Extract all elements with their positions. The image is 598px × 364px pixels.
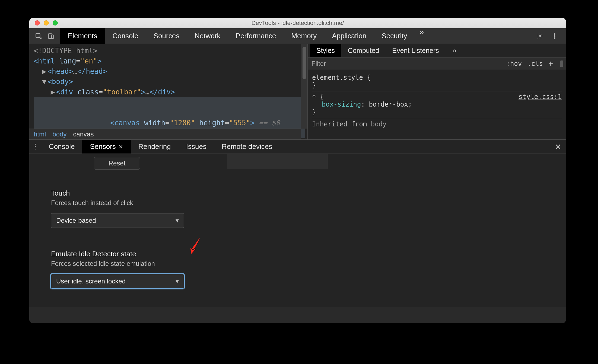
elements-split: <!DOCTYPE html> <html lang="en"> ▶<head>… <box>29 44 566 139</box>
reset-label: Reset <box>109 159 126 167</box>
settings-icon[interactable] <box>534 30 546 42</box>
drawer: ⋮ Console Sensors✕ Rendering Issues Remo… <box>29 139 566 307</box>
dom-div-open: <div <box>56 88 77 96</box>
idle-subtitle: Forces selected idle state emulation <box>51 260 184 267</box>
rule-element-style[interactable]: element.style { } <box>312 72 562 91</box>
tab-network[interactable]: Network <box>187 28 228 44</box>
styles-tab-computed[interactable]: Computed <box>341 44 386 57</box>
dom-canvas-open: <canvas <box>110 119 144 127</box>
rule-header: element.style { <box>312 74 562 81</box>
more-styles-tabs-icon[interactable]: » <box>448 47 461 55</box>
breadcrumb-item[interactable]: body <box>52 130 66 138</box>
dom-div-close: </div> <box>149 88 175 96</box>
filter-placeholder: Filter <box>311 60 326 67</box>
orientation-preview-placeholder <box>227 154 328 169</box>
styles-mini-scrollbar[interactable] <box>560 60 563 67</box>
rule-close: } <box>312 81 562 89</box>
new-rule-icon[interactable]: + <box>548 59 553 68</box>
styles-tabs: Styles Computed Event Listeners » <box>308 44 566 58</box>
svg-point-5 <box>554 36 555 37</box>
touch-select[interactable]: Device-based ▾ <box>51 213 184 228</box>
drawer-tab-rendering[interactable]: Rendering <box>131 140 179 154</box>
dom-div-class-name: class <box>77 88 98 96</box>
window-title: DevTools - idle-detection.glitch.me/ <box>29 20 566 27</box>
styles-rules: element.style { } style.css:1 * { box-si… <box>308 70 566 128</box>
dom-html-open-pre: <html <box>34 57 59 65</box>
rule-source-link[interactable]: style.css:1 <box>519 93 562 101</box>
tab-security[interactable]: Security <box>374 28 415 44</box>
styles-filter-input[interactable]: Filter <box>311 60 506 68</box>
reset-button[interactable]: Reset <box>94 157 140 170</box>
dom-body-open: <body> <box>47 78 73 86</box>
drawer-tab-remote-devices[interactable]: Remote devices <box>214 140 280 154</box>
rule-prop: box-sizing <box>322 101 361 108</box>
dom-doctype: <!DOCTYPE html> <box>34 47 97 55</box>
tab-label: Issues <box>186 142 206 151</box>
tab-label: Network <box>195 32 220 40</box>
dom-div-open-end: > <box>141 88 145 96</box>
styles-tab-event-listeners[interactable]: Event Listeners <box>386 44 445 57</box>
dom-eq-dollar0: == $0 <box>255 119 280 127</box>
tab-elements[interactable]: Elements <box>60 28 105 44</box>
styles-tab-styles[interactable]: Styles <box>310 44 341 57</box>
svg-point-3 <box>539 35 541 37</box>
hov-toggle[interactable]: :hov <box>506 60 522 68</box>
touch-subtitle: Forces touch instead of click <box>51 199 184 207</box>
inspect-element-icon[interactable] <box>33 31 44 41</box>
tab-label: Computed <box>348 47 379 55</box>
dom-html-open-post: > <box>97 57 102 65</box>
kebab-menu-icon[interactable] <box>549 30 561 42</box>
more-tabs-icon[interactable]: » <box>415 28 429 44</box>
touch-section: Touch Forces touch instead of click Devi… <box>51 189 184 228</box>
drawer-tab-sensors[interactable]: Sensors✕ <box>82 140 131 154</box>
tab-memory[interactable]: Memory <box>284 28 324 44</box>
tab-application[interactable]: Application <box>324 28 374 44</box>
tab-label: Security <box>382 32 407 40</box>
tab-console[interactable]: Console <box>105 28 146 44</box>
chevron-down-icon: ▾ <box>176 277 179 285</box>
tab-label: Elements <box>68 32 97 40</box>
dom-canvas-open-close: > <box>250 119 255 127</box>
rule-close: } <box>312 108 562 116</box>
tab-label: Performance <box>236 32 276 40</box>
drawer-kebab-icon[interactable]: ⋮ <box>29 142 41 151</box>
drawer-close-icon[interactable]: ✕ <box>555 142 561 151</box>
tab-label: Memory <box>291 32 317 40</box>
tab-label: Sensors <box>90 142 116 151</box>
tab-sources[interactable]: Sources <box>146 28 187 44</box>
drawer-tab-issues[interactable]: Issues <box>179 140 214 154</box>
device-toolbar-icon[interactable] <box>46 31 56 41</box>
tab-label: Styles <box>316 47 335 55</box>
inherited-row: Inherited from body <box>312 118 562 128</box>
close-tab-icon[interactable]: ✕ <box>119 143 123 150</box>
breadcrumb: html body canvas <box>29 129 301 139</box>
breadcrumb-item[interactable]: canvas <box>73 130 94 138</box>
idle-section: Emulate Idle Detector state Forces selec… <box>51 250 184 289</box>
touch-select-value: Device-based <box>56 217 96 224</box>
tab-label: Console <box>49 142 75 151</box>
drawer-tab-console[interactable]: Console <box>41 140 82 154</box>
dom-attr-name: lang <box>59 57 76 65</box>
tab-label: Remote devices <box>222 142 272 151</box>
dom-scrollbar[interactable] <box>301 44 307 129</box>
tab-performance[interactable]: Performance <box>228 28 284 44</box>
rule-star[interactable]: style.css:1 * { box-sizing: border-box; … <box>312 91 562 118</box>
cls-toggle[interactable]: .cls <box>527 60 543 68</box>
top-toolbar: Elements Console Sources Network Perform… <box>29 28 566 44</box>
dom-canvas-wname: width <box>144 119 165 127</box>
touch-title: Touch <box>51 189 184 197</box>
chevron-down-icon: ▾ <box>176 217 179 224</box>
dom-div-ellipsis: … <box>145 88 149 96</box>
dom-canvas-hname: height <box>199 119 225 127</box>
dom-attr-val: "en" <box>80 57 97 65</box>
tab-label: Sources <box>154 32 179 40</box>
inherited-label: Inherited from <box>312 120 371 128</box>
idle-select-value: User idle, screen locked <box>56 277 126 285</box>
annotation-arrow-icon <box>187 235 204 260</box>
scrollbar-thumb[interactable] <box>303 47 306 79</box>
breadcrumb-item[interactable]: html <box>34 130 46 138</box>
tab-label: Console <box>112 32 138 40</box>
tab-label: Application <box>332 32 366 40</box>
tab-label: Rendering <box>138 142 171 151</box>
idle-select[interactable]: User idle, screen locked ▾ <box>51 274 184 289</box>
